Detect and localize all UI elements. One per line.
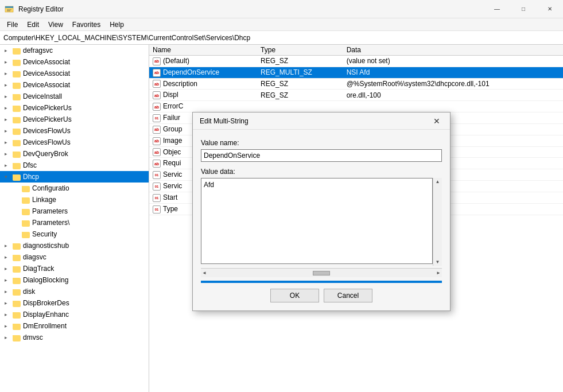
scroll-thumb[interactable] bbox=[313, 271, 330, 275]
dialog-progress-bar bbox=[201, 281, 442, 283]
dialog-body: Value name: Value data: Afd ▲ ▼ ◄ ► OK C… bbox=[193, 130, 450, 311]
dialog-buttons: OK Cancel bbox=[201, 289, 442, 305]
edit-multistring-dialog: Edit Multi-String ✕ Value name: Value da… bbox=[192, 112, 451, 311]
dialog-overlay: Edit Multi-String ✕ Value name: Value da… bbox=[0, 0, 563, 392]
value-data-wrapper: Afd ▲ ▼ bbox=[201, 178, 442, 266]
scroll-up-arrow[interactable]: ▲ bbox=[436, 179, 440, 184]
scroll-left-arrow[interactable]: ◄ bbox=[202, 270, 207, 275]
horizontal-scrollbar[interactable]: ◄ ► bbox=[201, 268, 442, 277]
value-data-textarea[interactable]: Afd bbox=[201, 178, 433, 264]
scroll-down-arrow[interactable]: ▼ bbox=[436, 259, 440, 265]
dialog-titlebar: Edit Multi-String ✕ bbox=[193, 112, 450, 130]
value-data-label: Value data: bbox=[201, 168, 442, 176]
textarea-scrollbar[interactable]: ▲ ▼ bbox=[433, 178, 442, 266]
dialog-title: Edit Multi-String bbox=[200, 117, 249, 125]
dialog-close-button[interactable]: ✕ bbox=[424, 112, 450, 130]
cancel-button[interactable]: Cancel bbox=[324, 289, 372, 302]
value-name-label: Value name: bbox=[201, 139, 442, 147]
ok-button[interactable]: OK bbox=[270, 289, 319, 302]
value-name-input[interactable] bbox=[201, 149, 442, 162]
scroll-right-arrow[interactable]: ► bbox=[436, 270, 441, 275]
